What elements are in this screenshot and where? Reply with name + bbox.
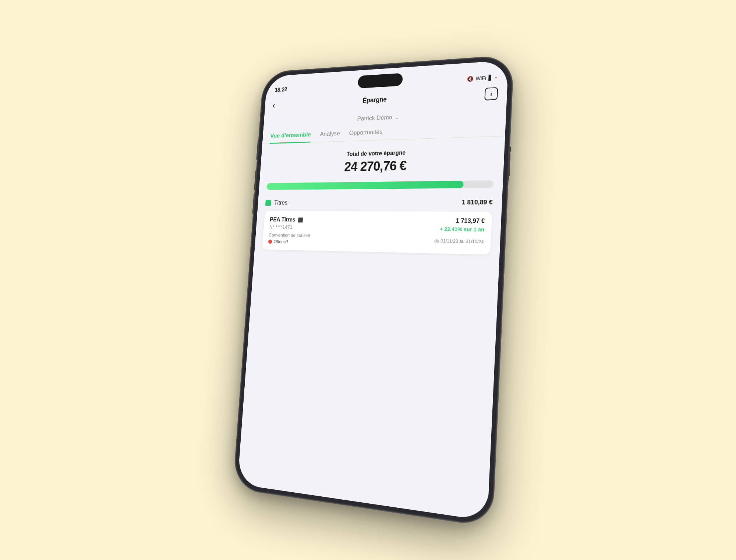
- category-name: Titres: [274, 199, 288, 206]
- status-icons: 🔇 WiFi ▋ ▪: [467, 74, 497, 82]
- battery-icon: ▪: [495, 74, 497, 80]
- mute-icon: 🔇: [467, 76, 474, 82]
- progress-bar-fill: [266, 181, 464, 190]
- account-subrow: N° ****1471 + 22.41% sur 1 an: [269, 224, 484, 233]
- category-left: Titres: [265, 199, 288, 206]
- tab-opportunities[interactable]: Opportunités: [349, 125, 383, 141]
- account-header: PEA Titres ⬛ 1 713,97 €: [270, 216, 485, 224]
- tab-analyse[interactable]: Analyse: [319, 127, 340, 142]
- account-number: N° ****1471: [269, 224, 293, 230]
- total-amount: 24 270,76 €: [268, 156, 495, 176]
- dynamic-island: [358, 73, 403, 88]
- savings-progress-bar: [266, 180, 494, 190]
- category-dot-titres: [265, 200, 271, 206]
- page-title: Épargne: [362, 96, 387, 104]
- phone-frame: 18:22 🔇 WiFi ▋ ▪ ‹ Épargne i Patrick Dém…: [234, 56, 513, 526]
- account-card-pea[interactable]: PEA Titres ⬛ 1 713,97 € N° ****1471 + 22…: [262, 211, 492, 255]
- status-time: 18:22: [275, 86, 287, 93]
- account-title-row: PEA Titres ⬛: [270, 216, 303, 223]
- scene: 18:22 🔇 WiFi ▋ ▪ ‹ Épargne i Patrick Dém…: [37, 22, 699, 538]
- profile-tag: Offensif: [268, 239, 310, 245]
- wifi-icon: WiFi: [475, 75, 486, 82]
- date-range: du 01/11/23 au 31/10/24: [434, 238, 484, 245]
- info-button[interactable]: i: [484, 87, 498, 100]
- signal-icon: ▋: [488, 75, 493, 81]
- content-area: Patrick Démo ⌄ Vue d'ensemble Analyse Op…: [237, 103, 506, 521]
- back-button[interactable]: ‹: [272, 101, 276, 110]
- profile-dot: [268, 240, 272, 244]
- account-performance: + 22.41% sur 1 an: [440, 226, 485, 233]
- account-extra: Convention de conseil Offensif: [268, 232, 310, 245]
- user-name: Patrick Démo: [357, 114, 392, 123]
- account-value: 1 713,97 €: [456, 217, 485, 224]
- external-link-icon: ⬛: [298, 217, 303, 222]
- account-convention: Convention de conseil: [269, 232, 310, 238]
- category-titres: Titres 1 810,89 €: [265, 199, 493, 206]
- category-amount: 1 810,89 €: [461, 199, 493, 206]
- screen-bezel: 18:22 🔇 WiFi ▋ ▪ ‹ Épargne i Patrick Dém…: [237, 60, 509, 521]
- account-detail-row: Convention de conseil Offensif du 01/11/…: [268, 232, 484, 248]
- main-content: Total de votre épargne 24 270,76 € Titre…: [255, 136, 505, 255]
- chevron-down-icon: ⌄: [395, 114, 399, 120]
- tab-overview[interactable]: Vue d'ensemble: [270, 128, 311, 143]
- account-title: PEA Titres: [270, 216, 296, 223]
- profile-label: Offensif: [273, 239, 288, 244]
